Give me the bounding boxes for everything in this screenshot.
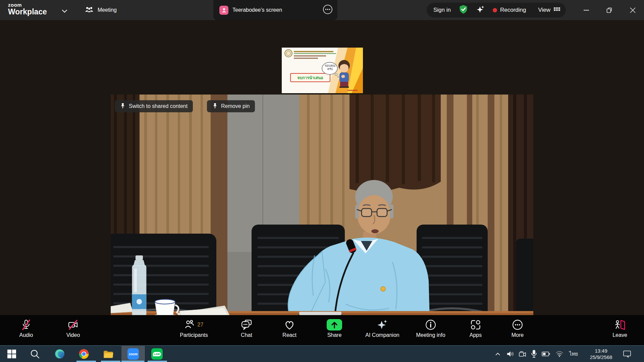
meeting-info-label: Meeting info (416, 332, 445, 338)
conference-room-scene (111, 95, 533, 332)
ai-companion-label: AI Companion (365, 332, 399, 338)
start-button[interactable] (7, 346, 16, 362)
recording-dot (493, 8, 497, 12)
leave-label: Leave (612, 332, 627, 338)
meeting-info-button[interactable]: Meeting info (406, 319, 456, 338)
remove-pin-button[interactable]: Remove pin (207, 100, 255, 112)
chevron-down-icon[interactable] (62, 8, 67, 14)
leave-door-icon (614, 319, 626, 331)
logo-workplace-text: Workplace (8, 8, 47, 16)
participants-icon (184, 319, 195, 330)
shared-content-thumbnail[interactable]: จบการนำเสนอ ขอบคุณ ครับ (282, 48, 363, 93)
pushpin-icon (212, 103, 218, 110)
windows-taskbar: zoom LINE (0, 345, 644, 362)
slide-end-presentation-text: จบการนำเสนอ (290, 73, 330, 82)
titlebar: zoom Workplace Meeting Teerabodee's scre… (0, 0, 644, 20)
share-label: Share (327, 332, 342, 338)
tab-shared-screen[interactable]: Teerabodee's screen (213, 0, 337, 20)
video-label: Video (66, 332, 80, 338)
tray-chevron-icon[interactable] (495, 346, 501, 362)
pushpin-icon (120, 103, 125, 110)
zoom-app-label: zoom (127, 348, 139, 360)
more-button[interactable]: More (492, 319, 543, 338)
meeting-toolbar: Audio Video 27 (0, 315, 644, 345)
ai-companion-button[interactable]: AI Companion (357, 319, 408, 338)
share-arrow-icon (327, 319, 342, 330)
share-button[interactable]: Share (309, 319, 360, 338)
chrome-running-indicator (76, 361, 96, 362)
clock-time: 13:49 (586, 348, 616, 354)
line-app-icon[interactable]: LINE (151, 346, 163, 362)
taskbar-clock[interactable]: 13:49 25/9/2568 (586, 348, 616, 360)
explorer-running-indicator (101, 361, 120, 362)
chrome-icon[interactable] (78, 346, 89, 362)
person-badge-icon (219, 6, 228, 15)
view-label: View (538, 7, 550, 13)
recording-indicator[interactable]: Recording (493, 7, 526, 13)
more-ellipsis-icon (512, 319, 523, 331)
apps-label: Apps (470, 332, 482, 338)
recording-label: Recording (500, 7, 526, 13)
view-grid-icon (553, 6, 560, 14)
leave-button[interactable]: Leave (595, 319, 644, 338)
info-icon (425, 319, 436, 331)
battery-icon[interactable] (542, 346, 550, 362)
language-indicator[interactable]: ไทย (569, 346, 578, 362)
heart-icon (284, 319, 295, 331)
ai-sparkle-icon (377, 319, 388, 331)
edge-icon[interactable] (54, 346, 65, 362)
audio-label: Audio (19, 332, 33, 338)
tab-meeting[interactable]: Meeting (85, 0, 117, 20)
zoom-app-icon[interactable]: zoom (127, 346, 139, 362)
line-running-indicator (148, 361, 167, 362)
file-explorer-icon[interactable] (103, 346, 114, 362)
video-button[interactable]: Video (48, 319, 98, 338)
mic-muted-icon (21, 319, 32, 331)
water-bottle (132, 255, 146, 322)
wifi-icon[interactable] (555, 346, 564, 362)
view-button[interactable]: View (538, 6, 560, 14)
react-label: React (282, 332, 297, 338)
logo-zoom-text: zoom (8, 2, 47, 7)
chat-label: Chat (241, 332, 252, 338)
participants-button[interactable]: 27 Participants (169, 319, 219, 338)
tab-shared-screen-label: Teerabodee's screen (232, 7, 282, 13)
switch-to-shared-content-label: Switch to shared content (129, 103, 187, 109)
meeting-stage: จบการนำเสนอ ขอบคุณ ครับ (0, 20, 644, 315)
react-button[interactable]: React (264, 319, 315, 338)
camera-muted-icon (68, 319, 78, 331)
more-label: More (512, 332, 524, 338)
pinned-video-tile[interactable]: Switch to shared content Remove pin สำนั… (111, 95, 533, 332)
shield-check-icon[interactable] (459, 5, 468, 15)
meeting-people-icon (85, 5, 94, 15)
slide-speech-bubble: ขอบคุณ ครับ (322, 64, 338, 71)
clock-date: 25/9/2568 (586, 354, 616, 360)
tab-meeting-label: Meeting (98, 7, 117, 13)
zoom-meeting-window: { "colors": { "titlebar_bg": "#292929", … (0, 0, 644, 362)
participants-count: 27 (198, 322, 204, 328)
close-button[interactable] (624, 0, 641, 20)
participants-label: Participants (180, 332, 208, 338)
remove-pin-label: Remove pin (221, 103, 250, 109)
switch-to-shared-content-button[interactable]: Switch to shared content (115, 100, 193, 112)
ellipsis-circle-icon[interactable] (323, 4, 333, 16)
speaker-icon[interactable] (506, 346, 515, 362)
camera-device-icon[interactable] (519, 346, 527, 362)
apps-icon (470, 319, 481, 331)
line-app-label: LINE (153, 352, 161, 356)
zoom-running-indicator (121, 361, 144, 362)
sparkle-icon[interactable] (476, 5, 485, 15)
minimize-button[interactable] (578, 0, 595, 20)
sign-in-button[interactable]: Sign in (433, 7, 451, 13)
notification-icon[interactable] (623, 346, 632, 362)
audio-button[interactable]: Audio (1, 319, 51, 338)
mic-device-icon[interactable] (530, 346, 538, 362)
zoom-workplace-logo: zoom Workplace (8, 2, 47, 16)
search-icon[interactable] (30, 346, 40, 362)
titlebar-right-cluster: Sign in Recording View (427, 3, 566, 17)
restore-button[interactable] (600, 0, 618, 20)
chat-icon (241, 319, 252, 331)
